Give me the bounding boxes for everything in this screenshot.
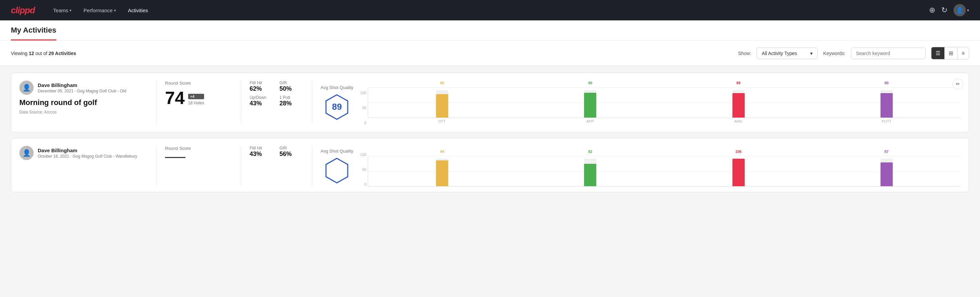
- stats-section-2: FW Hit 43% GIR 56%: [250, 146, 304, 158]
- card-left-1: 👤 Dave Billingham December 05, 2021 · Go…: [19, 81, 148, 115]
- x-label-app: APP: [519, 119, 661, 123]
- x-label-putt: PUTT: [816, 119, 958, 123]
- filter-bar: Viewing 12 out of 29 Activities Show: Al…: [0, 41, 980, 66]
- user-row-1: 👤 Dave Billingham December 05, 2021 · Go…: [19, 81, 148, 95]
- fw-hit-value: 62%: [250, 85, 274, 93]
- divider-2a: [156, 146, 157, 187]
- nav-right: ⊕ ↻ 👤 ▾: [929, 4, 969, 16]
- refresh-icon[interactable]: ↻: [941, 6, 947, 14]
- activity-type-chevron-icon: ▾: [810, 51, 813, 56]
- divider-2c: [312, 146, 312, 187]
- gir-label-2: GIR: [280, 146, 304, 150]
- page-title: My Activities: [11, 26, 56, 40]
- activity-type-select[interactable]: All Activity Types ▾: [757, 48, 818, 59]
- list-icon: ☰: [935, 50, 940, 56]
- divider-1c: [312, 81, 312, 125]
- user-date-1: December 05, 2021 · Gog Magog Golf Club …: [38, 89, 126, 93]
- show-label: Show:: [738, 51, 751, 56]
- hexagon-container-1: Avg Shot Quality 89: [321, 85, 353, 121]
- x-label-arg: ARG: [668, 119, 809, 123]
- gir-value-2: 56%: [280, 150, 304, 158]
- divider-2b: [241, 146, 242, 187]
- bar-app: 90: [520, 87, 661, 118]
- svg-marker-1: [326, 158, 348, 183]
- divider-1a: [156, 81, 157, 125]
- avatar-1: 👤: [19, 81, 33, 95]
- bar-chart-2: 100 50 0: [360, 153, 961, 187]
- compact-view-button[interactable]: ≡: [958, 47, 969, 59]
- fw-hit-stat-2: FW Hit 43%: [250, 146, 274, 158]
- avg-shot-label-1: Avg Shot Quality: [321, 85, 353, 90]
- gir-value: 50%: [280, 85, 304, 93]
- nav-teams[interactable]: Teams ▾: [49, 5, 76, 16]
- activity-card-2: 👤 Dave Billingham October 16, 2021 · Gog…: [11, 138, 969, 192]
- performance-chevron-icon: ▾: [114, 8, 116, 12]
- bar-putt: 89: [816, 87, 957, 118]
- gir-label: GIR: [280, 81, 304, 85]
- bar-ott: 85: [371, 87, 513, 118]
- navbar: clippd Teams ▾ Performance ▾ Activities …: [0, 0, 980, 21]
- updown-stat: Up/Down 43%: [250, 95, 274, 107]
- view-toggle: ☰ ⊞ ≡: [931, 47, 969, 59]
- avatar-2: 👤: [19, 146, 33, 160]
- gir-stat-2: GIR 56%: [280, 146, 304, 158]
- quality-section-2: Avg Shot Quality 100 50 0: [321, 146, 961, 187]
- y-axis-1: 100 50 0: [360, 91, 368, 125]
- hexagon-1: 89: [323, 93, 350, 121]
- fw-hit-stat: FW Hit 62%: [250, 81, 274, 93]
- edit-button-1[interactable]: ✏: [953, 78, 963, 89]
- user-menu-chevron-icon: ▾: [967, 8, 969, 13]
- one-putt-stat: 1 Putt 28%: [280, 95, 304, 107]
- user-menu[interactable]: 👤 ▾: [953, 4, 969, 16]
- stats-section-1: FW Hit 62% GIR 50% Up/Down 43% 1 Putt 28…: [250, 81, 304, 107]
- user-name-1: Dave Billingham: [38, 82, 126, 88]
- user-row-2: 👤 Dave Billingham October 16, 2021 · Gog…: [19, 146, 148, 160]
- fw-hit-label-2: FW Hit: [250, 146, 274, 150]
- activity-title-1: Morning round of golf: [19, 98, 148, 107]
- teams-chevron-icon: ▾: [70, 8, 71, 12]
- search-input[interactable]: [851, 48, 926, 59]
- score-holes-1: 18 Holes: [188, 101, 204, 105]
- round-score-section-1: Round Score 74 +4 18 Holes: [165, 81, 233, 107]
- nav-activities[interactable]: Activities: [123, 5, 153, 16]
- fw-hit-value-2: 43%: [250, 150, 274, 158]
- user-date-2: October 16, 2021 · Gog Magog Golf Club -…: [38, 154, 137, 159]
- updown-label: Up/Down: [250, 95, 274, 100]
- round-score-label-1: Round Score: [165, 81, 233, 86]
- gir-stat: GIR 50%: [280, 81, 304, 93]
- divider-1b: [241, 81, 242, 125]
- grid-view-button[interactable]: ⊞: [945, 47, 958, 59]
- activity-card-1: 👤 Dave Billingham December 05, 2021 · Go…: [11, 73, 969, 133]
- round-score-label-2: Round Score: [165, 146, 233, 151]
- hexagon-2: [323, 157, 350, 184]
- user-info-2: Dave Billingham October 16, 2021 · Gog M…: [38, 147, 137, 159]
- main-content: 👤 Dave Billingham December 05, 2021 · Go…: [0, 66, 980, 199]
- compact-icon: ≡: [962, 50, 965, 56]
- logo: clippd: [11, 5, 35, 16]
- user-name-2: Dave Billingham: [38, 147, 137, 153]
- bar-chart-1: 100 50 0: [360, 87, 961, 125]
- score-row-1: 74 +4 18 Holes: [165, 89, 233, 107]
- nav-performance[interactable]: Performance ▾: [79, 5, 121, 16]
- add-icon[interactable]: ⊕: [929, 6, 935, 14]
- y-axis-2: 100 50 0: [360, 153, 368, 187]
- stats-grid-1: FW Hit 62% GIR 50% Up/Down 43% 1 Putt 28…: [250, 81, 304, 107]
- fw-hit-label: FW Hit: [250, 81, 274, 85]
- grid-icon: ⊞: [949, 50, 953, 56]
- one-putt-value: 28%: [280, 100, 304, 107]
- list-view-button[interactable]: ☰: [931, 47, 945, 59]
- page-header: My Activities: [0, 21, 980, 41]
- hexagon-container-2: Avg Shot Quality: [321, 148, 353, 184]
- quality-section-1: Avg Shot Quality 89 100 50 0: [321, 81, 961, 125]
- card-left-2: 👤 Dave Billingham October 16, 2021 · Gog…: [19, 146, 148, 163]
- round-score-section-2: Round Score: [165, 146, 233, 158]
- stats-grid-2: FW Hit 43% GIR 56%: [250, 146, 304, 158]
- x-label-ott: OTT: [371, 119, 513, 123]
- data-source-1: Data Source: Arccos: [19, 110, 148, 115]
- keywords-label: Keywords:: [823, 51, 845, 56]
- one-putt-label: 1 Putt: [280, 95, 304, 100]
- score-number-1: 74: [165, 89, 185, 107]
- bar-arg: 89: [668, 87, 809, 118]
- avg-shot-label-2: Avg Shot Quality: [321, 148, 353, 153]
- updown-value: 43%: [250, 100, 274, 107]
